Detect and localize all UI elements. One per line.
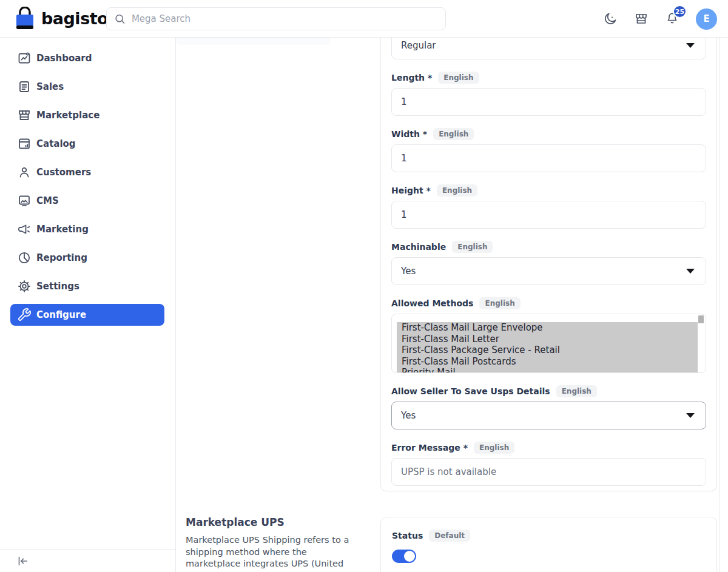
allow-seller-select-value: Yes (401, 410, 416, 421)
sidebar-item-cms[interactable]: CMS (0, 186, 175, 215)
sidebar-item-reporting[interactable]: Reporting (0, 243, 175, 272)
length-label-row: Length * English (391, 72, 706, 83)
sidebar-nav: Dashboard Sales Marketplace (0, 38, 175, 329)
allow-seller-select[interactable]: Yes (391, 402, 706, 429)
size-select[interactable]: Regular (391, 38, 706, 59)
sidebar: Dashboard Sales Marketplace (0, 38, 176, 572)
store-icon[interactable] (634, 12, 649, 26)
marketing-megaphone-icon (17, 222, 32, 237)
dashboard-icon (17, 51, 32, 66)
sidebar-item-label: CMS (36, 195, 59, 206)
section-description: Marketplace UPS Shipping refers to a shi… (186, 534, 357, 572)
sidebar-item-dashboard[interactable]: Dashboard (0, 44, 175, 72)
reporting-pie-icon (17, 251, 32, 265)
chevron-down-icon (686, 43, 695, 48)
method-option[interactable]: Priority Mail (397, 367, 698, 373)
marketplace-ups-status-card: Status Default (380, 517, 717, 572)
scrolled-content-remnant (176, 38, 331, 45)
length-label: Length * (391, 73, 432, 82)
size-select-value: Regular (401, 40, 436, 51)
configure-active-pill: Configure (10, 304, 164, 326)
locale-badge: English (433, 128, 474, 140)
sales-icon (17, 79, 32, 94)
sidebar-item-label: Dashboard (36, 53, 92, 64)
search-input[interactable] (132, 13, 438, 24)
search-icon (114, 13, 126, 25)
user-avatar[interactable]: E (696, 8, 717, 30)
sidebar-item-configure[interactable]: Configure (0, 300, 175, 329)
machinable-label-row: Machinable English (391, 241, 706, 252)
sidebar-item-label: Sales (36, 81, 64, 92)
status-label: Status (392, 531, 423, 540)
chevron-down-icon (686, 269, 695, 274)
locale-badge: English (438, 72, 479, 84)
width-label: Width * (391, 129, 427, 139)
sidebar-item-sales[interactable]: Sales (0, 72, 175, 101)
sidebar-item-label: Marketing (36, 224, 89, 235)
width-input[interactable] (391, 144, 706, 172)
height-label-row: Height * English (391, 185, 706, 196)
selected-options-group: First-Class Mail Large Envelope First-Cl… (397, 322, 698, 373)
error-message-input[interactable] (391, 458, 706, 486)
method-option[interactable]: First-Class Package Service - Retail (397, 345, 698, 356)
sidebar-item-label: Reporting (36, 252, 87, 263)
sidebar-item-label: Customers (36, 167, 91, 178)
listbox-scrollbar-thumb[interactable] (698, 315, 704, 323)
height-input[interactable] (391, 201, 706, 229)
customers-person-icon (17, 165, 32, 180)
logo-text: bagisto (41, 9, 108, 28)
toggle-knob (404, 551, 415, 562)
status-label-row: Status Default (392, 530, 706, 542)
machinable-select[interactable]: Yes (391, 257, 706, 285)
width-label-row: Width * English (391, 129, 706, 140)
allow-seller-label: Allow Seller To Save Usps Details (391, 386, 550, 396)
storefront-icon (17, 108, 32, 123)
allowed-methods-label-row: Allowed Methods English (391, 298, 706, 309)
machinable-label: Machinable (391, 242, 446, 252)
default-channel-badge: Default (429, 530, 470, 542)
main-content: Regular Length * English Width * English… (176, 38, 728, 572)
configure-wrench-icon (17, 308, 32, 322)
bagisto-admin-app: bagisto 25 (0, 0, 728, 572)
sidebar-item-customers[interactable]: Customers (0, 158, 175, 186)
scroll-track-divider (720, 38, 720, 572)
locale-badge: English (452, 241, 493, 253)
sidebar-item-settings[interactable]: Settings (0, 272, 175, 300)
error-message-label-row: Error Message * English (391, 442, 706, 453)
bagisto-logo[interactable]: bagisto (13, 7, 108, 31)
catalog-icon (17, 136, 32, 151)
shopping-bag-logo-icon (13, 7, 36, 31)
method-option[interactable]: First-Class Mail Postcards (397, 356, 698, 368)
header-actions: 25 E (603, 0, 717, 38)
length-input[interactable] (391, 88, 706, 116)
notifications-button[interactable]: 25 (665, 10, 679, 27)
dark-mode-moon-icon[interactable] (603, 12, 618, 26)
sidebar-item-catalog[interactable]: Catalog (0, 129, 175, 158)
allow-seller-label-row: Allow Seller To Save Usps Details Englis… (391, 386, 706, 397)
status-toggle[interactable] (392, 550, 416, 563)
usps-settings-card: Regular Length * English Width * English… (380, 38, 717, 491)
sidebar-footer (0, 549, 175, 572)
sidebar-item-label: Marketplace (36, 110, 99, 121)
settings-gear-icon (17, 279, 32, 294)
allowed-methods-label: Allowed Methods (391, 298, 473, 308)
method-option[interactable]: First-Class Mail Letter (397, 334, 698, 345)
collapse-sidebar-icon[interactable] (16, 554, 29, 568)
cms-image-icon (17, 193, 32, 208)
marketplace-ups-description-block: Marketplace UPS Marketplace UPS Shipping… (186, 516, 357, 572)
sidebar-item-marketplace[interactable]: Marketplace (0, 101, 175, 129)
mega-search-box[interactable] (106, 7, 446, 30)
sidebar-item-label: Catalog (36, 138, 76, 149)
locale-badge: English (479, 297, 520, 309)
height-label: Height * (391, 186, 431, 195)
allowed-methods-multiselect[interactable]: First-Class Mail Large Envelope First-Cl… (391, 314, 706, 373)
sidebar-item-label: Settings (36, 281, 79, 292)
method-option[interactable]: First-Class Mail Large Envelope (397, 322, 698, 334)
sidebar-item-marketing[interactable]: Marketing (0, 215, 175, 243)
locale-badge: English (474, 442, 514, 454)
sidebar-item-label: Configure (36, 309, 86, 320)
section-title: Marketplace UPS (186, 516, 357, 528)
locale-badge: English (437, 184, 477, 197)
notification-count-badge: 25 (673, 5, 687, 18)
locale-badge: English (556, 385, 597, 397)
